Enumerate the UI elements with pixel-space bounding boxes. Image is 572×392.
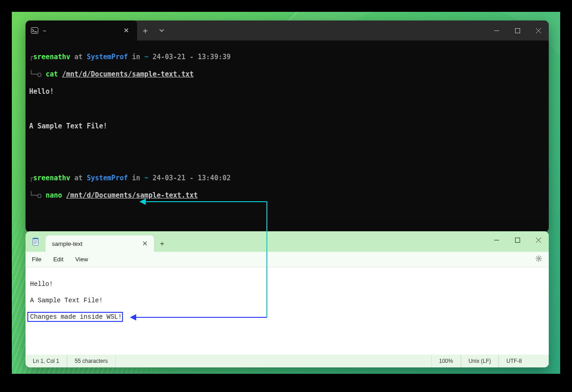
notepad-line: Changes made inside WSL! (30, 313, 122, 321)
notepad-status-bar: Ln 1, Col 1 55 characters 100% Unix (LF)… (26, 355, 549, 367)
status-zoom[interactable]: 100% (431, 355, 461, 367)
notepad-menu-bar: File Edit View (26, 252, 549, 267)
terminal-tab-title: ~ (43, 27, 115, 34)
notepad-minimize-button[interactable] (486, 231, 507, 249)
terminal-tab[interactable]: ~ ✕ (26, 20, 137, 41)
close-button[interactable] (528, 20, 549, 41)
menu-view[interactable]: View (75, 256, 88, 263)
notepad-text-area[interactable]: Hello! A Sample Text File! Changes made … (26, 267, 549, 355)
svg-rect-0 (31, 28, 38, 34)
status-line-ending: Unix (LF) (461, 355, 499, 367)
terminal-tab-close-button[interactable]: ✕ (120, 26, 133, 35)
settings-gear-icon[interactable] (535, 255, 542, 264)
status-char-count: 55 characters (67, 355, 116, 367)
minimize-button[interactable] (486, 20, 507, 41)
notepad-line: A Sample Text File! (30, 297, 103, 304)
menu-edit[interactable]: Edit (53, 256, 63, 263)
notepad-tab-close-button[interactable]: ✕ (140, 239, 149, 248)
terminal-output-line: Hello! (26, 87, 549, 96)
maximize-button[interactable] (507, 20, 528, 41)
notepad-title-bar[interactable]: sample-text ✕ ＋ (26, 231, 549, 252)
terminal-output[interactable]: ┌sreenathv at SystemProf in ~ 24-03-21 -… (26, 41, 549, 232)
notepad-maximize-button[interactable] (507, 231, 528, 249)
status-encoding: UTF-8 (499, 355, 549, 367)
svg-rect-4 (515, 238, 520, 242)
notepad-window: sample-text ✕ ＋ File Edit View Hello! A … (26, 231, 549, 367)
terminal-dropdown-button[interactable] (153, 20, 170, 41)
terminal-window: ~ ✕ ＋ ┌sreenathv at SystemProf in ~ 24-0… (26, 20, 549, 232)
terminal-title-bar[interactable]: ~ ✕ ＋ (26, 20, 549, 41)
notepad-new-tab-button[interactable]: ＋ (154, 235, 170, 252)
notepad-close-button[interactable] (528, 231, 549, 249)
svg-rect-3 (33, 238, 38, 239)
menu-file[interactable]: File (32, 256, 41, 263)
notepad-app-icon (29, 234, 42, 250)
terminal-new-tab-button[interactable]: ＋ (137, 20, 153, 41)
notepad-tab[interactable]: sample-text ✕ (46, 235, 154, 252)
svg-rect-1 (515, 28, 520, 33)
status-position: Ln 1, Col 1 (26, 355, 67, 367)
svg-point-5 (538, 258, 540, 260)
terminal-output-line: A Sample Text File! (26, 122, 549, 131)
notepad-tab-title: sample-text (52, 240, 136, 247)
notepad-line: Hello! (30, 280, 53, 288)
terminal-app-icon (31, 27, 38, 34)
